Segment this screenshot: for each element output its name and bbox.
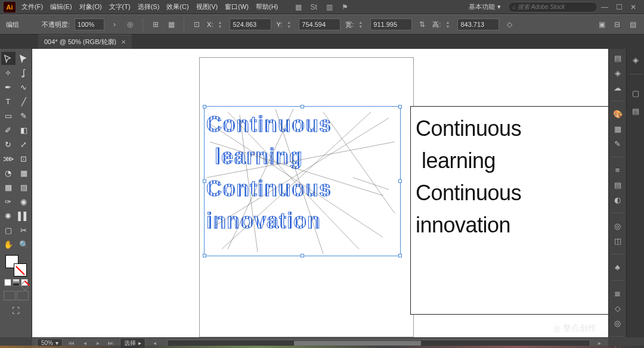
- handle-w[interactable]: [203, 179, 206, 183]
- menu-object[interactable]: 对象(O): [79, 2, 102, 11]
- h-stepper[interactable]: ▲▼: [445, 18, 453, 30]
- line-tool[interactable]: ╱: [17, 95, 31, 108]
- width-tool[interactable]: ⋙: [1, 152, 16, 165]
- w-stepper[interactable]: ▲▼: [358, 18, 366, 30]
- isolate-icon[interactable]: ▣: [596, 19, 607, 30]
- y-input[interactable]: [299, 18, 340, 30]
- paintbrush-tool[interactable]: ✎: [17, 109, 31, 122]
- x-input[interactable]: [230, 18, 271, 30]
- type-tool[interactable]: T: [1, 95, 16, 108]
- document-tab[interactable]: 004* @ 50% (RGB/轮廓) ✕: [38, 35, 132, 49]
- wechat-icon: ◎: [553, 324, 561, 333]
- screen-mode[interactable]: ⛶: [9, 304, 23, 317]
- menu-help[interactable]: 帮助(H): [256, 2, 278, 11]
- pathfinder-panel-icon[interactable]: ◎: [612, 319, 624, 328]
- color-panel-icon[interactable]: 🎨: [612, 110, 624, 119]
- appearance-panel-icon[interactable]: ◎: [612, 222, 624, 231]
- window-close[interactable]: ✕: [626, 3, 640, 11]
- cc-home-icon[interactable]: ◈: [630, 54, 642, 66]
- properties-panel-icon[interactable]: ▤: [612, 54, 624, 63]
- stroke-panel-icon[interactable]: ≡: [612, 166, 624, 175]
- eyedropper-tool[interactable]: ✑: [1, 195, 16, 208]
- menu-type[interactable]: 文字(T): [109, 2, 131, 11]
- tab-close-icon[interactable]: ✕: [121, 39, 126, 45]
- anchor-icon[interactable]: ⊡: [191, 19, 202, 30]
- scale-tool[interactable]: ⤢: [17, 138, 31, 151]
- y-stepper[interactable]: ▲▼: [287, 18, 294, 30]
- draw-mode[interactable]: [4, 291, 29, 300]
- curvature-tool[interactable]: ∿: [17, 80, 31, 94]
- transform-icon[interactable]: ▦: [166, 19, 177, 30]
- handle-se[interactable]: [398, 254, 402, 257]
- menu-effect[interactable]: 效果(C): [166, 2, 188, 11]
- column-graph-tool[interactable]: ▌▌: [17, 209, 31, 222]
- style-icon[interactable]: ◎: [125, 19, 135, 30]
- pen-tool[interactable]: ✒: [1, 80, 16, 94]
- lasso-tool[interactable]: ʆ: [17, 66, 31, 79]
- direct-selection-tool[interactable]: [17, 52, 31, 65]
- slice-tool[interactable]: ✂: [17, 223, 31, 237]
- stock-icon[interactable]: St: [309, 2, 318, 12]
- swatches-panel-icon[interactable]: ▦: [612, 125, 624, 133]
- handle-sw[interactable]: [203, 254, 206, 257]
- canvas[interactable]: Continuous learning Continuous innovatio…: [32, 49, 608, 337]
- artboard-tool[interactable]: ▢: [1, 223, 16, 237]
- handle-ne[interactable]: [398, 105, 402, 108]
- menu-edit[interactable]: 编辑(E): [50, 2, 72, 11]
- perspective-tool[interactable]: ▦: [17, 166, 31, 179]
- x-stepper[interactable]: ▲▼: [218, 18, 225, 30]
- workspace-dropdown[interactable]: 基本功能▾: [469, 2, 501, 11]
- graphic-styles-panel-icon[interactable]: ◫: [612, 237, 624, 246]
- gpu-icon[interactable]: ⚑: [340, 2, 349, 12]
- hand-tool[interactable]: ✋: [1, 238, 16, 251]
- link-wh-icon[interactable]: ⇅: [417, 19, 428, 30]
- blend-tool[interactable]: ◉: [17, 195, 31, 208]
- eraser-tool[interactable]: ◧: [17, 123, 31, 136]
- opacity-arrow-icon[interactable]: ›: [109, 19, 120, 30]
- search-input[interactable]: ⌕ 搜索 Adobe Stock: [508, 2, 597, 13]
- libraries-panel-icon[interactable]: ☁: [612, 83, 624, 92]
- gradient-tool[interactable]: ▨: [17, 181, 31, 194]
- rectangle-tool[interactable]: ▭: [1, 109, 16, 122]
- handle-s[interactable]: [301, 254, 304, 257]
- magic-wand-tool[interactable]: ✧: [1, 66, 16, 79]
- align-icon[interactable]: ⊞: [150, 19, 161, 30]
- handle-nw[interactable]: [203, 105, 206, 108]
- h-input[interactable]: [457, 18, 499, 30]
- gradient-panel-icon[interactable]: ▤: [612, 181, 624, 189]
- transparency-panel-icon[interactable]: ◐: [612, 195, 624, 204]
- rotate-tool[interactable]: ↻: [1, 138, 16, 151]
- menu-file[interactable]: 文件(F): [21, 2, 43, 11]
- free-transform-tool[interactable]: ⊡: [17, 152, 31, 165]
- handle-n[interactable]: [301, 105, 304, 108]
- opacity-input[interactable]: [75, 18, 104, 30]
- symbol-sprayer-tool[interactable]: ✺: [1, 209, 16, 222]
- menu-window[interactable]: 窗口(W): [225, 2, 249, 11]
- shaper-tool[interactable]: ✐: [1, 123, 16, 136]
- comments-icon[interactable]: ▤: [630, 105, 642, 117]
- learn-icon[interactable]: ▢: [630, 87, 642, 99]
- selection-tool[interactable]: [1, 52, 16, 65]
- bridge-icon[interactable]: ▦: [293, 2, 303, 12]
- handle-e[interactable]: [398, 179, 402, 183]
- fill-stroke-swatch[interactable]: [5, 255, 27, 276]
- shape-builder-tool[interactable]: ◔: [1, 166, 16, 179]
- brushes-panel-icon[interactable]: ✎: [612, 139, 624, 148]
- align-panel-icon[interactable]: ≣: [612, 289, 624, 298]
- zoom-tool[interactable]: 🔍: [17, 238, 31, 251]
- color-mode-switch[interactable]: [4, 279, 28, 286]
- w-input[interactable]: [370, 18, 412, 30]
- transform-panel-icon[interactable]: ◇: [612, 304, 624, 313]
- selection-bbox[interactable]: [204, 106, 401, 256]
- menu-view[interactable]: 视图(V): [196, 2, 218, 11]
- layers-panel-icon[interactable]: ◈: [612, 69, 624, 77]
- window-minimize[interactable]: —: [597, 3, 612, 11]
- symbols-panel-icon[interactable]: ♣: [612, 263, 624, 272]
- menu-select[interactable]: 选择(S): [138, 2, 160, 11]
- window-maximize[interactable]: ☐: [612, 3, 626, 11]
- panel-menu-icon[interactable]: ▤: [627, 19, 638, 30]
- shape-icon[interactable]: ◇: [504, 19, 515, 30]
- prefs-icon[interactable]: ⊟: [612, 19, 623, 30]
- arrange-icon[interactable]: ▥: [324, 2, 334, 12]
- mesh-tool[interactable]: ▩: [1, 181, 16, 194]
